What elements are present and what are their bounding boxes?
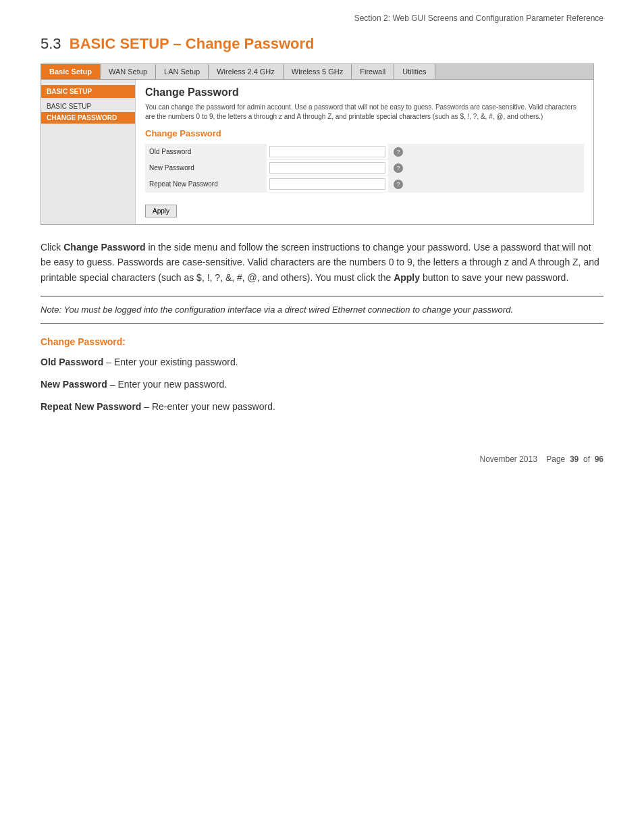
sidebar-item-basic-setup[interactable]: BASIC SETUP <box>41 101 135 112</box>
footer-date: November 2013 <box>479 454 537 464</box>
password-form-table: Old Password ? New Password ? Repeat New… <box>145 144 584 192</box>
new-password-label: New Password <box>145 160 267 176</box>
note-box: Note: You must be logged into the config… <box>41 296 603 324</box>
router-nav: Basic Setup WAN Setup LAN Setup Wireless… <box>41 64 593 80</box>
footer-page-label: Page <box>546 454 565 464</box>
body-bold-change-password: Change Password <box>63 242 145 253</box>
form-section-title: Change Password <box>145 128 584 138</box>
repeat-password-field-desc: – Re-enter your new password. <box>144 401 275 412</box>
new-password-field-desc: – Enter your new password. <box>110 379 227 390</box>
table-row: Repeat New Password ? <box>145 176 584 192</box>
old-password-description: Old Password – Enter your existing passw… <box>41 355 603 369</box>
tab-lan-setup[interactable]: LAN Setup <box>156 64 209 79</box>
new-password-field-label: New Password <box>41 379 107 390</box>
old-password-help-icon[interactable]: ? <box>394 147 403 157</box>
router-sidebar: BASIC SETUP BASIC SETUP CHANGE PASSWORD <box>41 80 136 224</box>
old-password-field-label: Old Password <box>41 357 103 367</box>
note-text: Note: You must be logged into the config… <box>41 305 513 315</box>
page-header: Section 2: Web GUI Screens and Configura… <box>41 14 603 23</box>
new-password-input[interactable] <box>269 162 385 174</box>
tab-utilities[interactable]: Utilities <box>394 64 435 79</box>
repeat-password-label: Repeat New Password <box>145 176 267 192</box>
old-password-field-desc: – Enter your existing password. <box>106 357 238 367</box>
subsection-title: Change Password: <box>41 336 603 347</box>
section-title: 5.3 BASIC SETUP – Change Password <box>41 35 603 53</box>
footer-page-current: 39 <box>570 454 579 464</box>
repeat-password-input[interactable] <box>269 178 385 190</box>
table-row: New Password ? <box>145 160 584 176</box>
router-content: Change Password You can change the passw… <box>136 80 593 224</box>
sidebar-item-change-password[interactable]: CHANGE PASSWORD <box>41 112 135 124</box>
new-password-help-icon[interactable]: ? <box>394 163 403 173</box>
old-password-label: Old Password <box>145 144 267 160</box>
content-title: Change Password <box>145 86 584 99</box>
router-ui-screenshot: Basic Setup WAN Setup LAN Setup Wireless… <box>41 63 594 225</box>
router-body: BASIC SETUP BASIC SETUP CHANGE PASSWORD … <box>41 80 593 224</box>
tab-basic-setup[interactable]: Basic Setup <box>41 64 101 79</box>
table-row: Old Password ? <box>145 144 584 160</box>
header-text: Section 2: Web GUI Screens and Configura… <box>354 14 603 23</box>
tab-wireless-24[interactable]: Wireless 2.4 GHz <box>209 64 284 79</box>
section-heading: BASIC SETUP – Change Password <box>70 35 315 52</box>
footer-page-total: 96 <box>595 454 603 464</box>
apply-button[interactable]: Apply <box>145 205 177 217</box>
repeat-password-description: Repeat New Password – Re-enter your new … <box>41 400 603 414</box>
sidebar-section-header: BASIC SETUP <box>41 85 135 98</box>
body-paragraph: Click Change Password in the side menu a… <box>41 240 603 285</box>
page-footer: November 2013 Page 39 of 96 <box>41 454 603 464</box>
footer-page-of: of <box>583 454 590 464</box>
repeat-password-help-icon[interactable]: ? <box>394 180 403 189</box>
section-number: 5.3 <box>41 35 61 52</box>
new-password-description: New Password – Enter your new password. <box>41 377 603 392</box>
tab-wireless-5[interactable]: Wireless 5 GHz <box>284 64 352 79</box>
old-password-input[interactable] <box>269 146 385 157</box>
tab-firewall[interactable]: Firewall <box>352 64 394 79</box>
repeat-password-field-label: Repeat New Password <box>41 401 141 412</box>
content-description: You can change the password for admin ac… <box>145 103 584 122</box>
tab-wan-setup[interactable]: WAN Setup <box>101 64 156 79</box>
body-bold-apply: Apply <box>394 272 420 283</box>
